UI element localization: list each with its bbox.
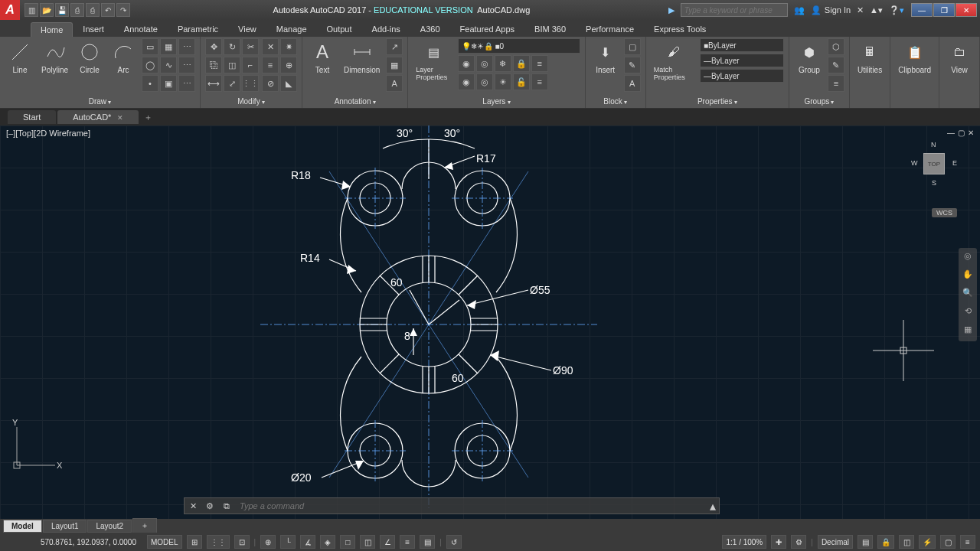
panel-modify-label[interactable]: Modify [205,96,297,106]
orbit-icon[interactable]: ⟲ [961,306,975,320]
laylck-icon[interactable]: 🔒 [513,55,530,72]
offset-icon[interactable]: ≡ [262,57,279,73]
layer-combo[interactable]: 💡❄☀🔒 ■ 0 [458,38,580,54]
tab-home[interactable]: Home [31,22,73,37]
file-tab-start[interactable]: Start [8,110,56,124]
status-model[interactable]: MODEL [147,535,182,549]
status-lwt-icon[interactable]: ≡ [400,535,415,549]
status-otrack-icon[interactable]: ∠ [380,535,395,549]
circle-tool[interactable]: Circle [74,38,105,76]
line-tool[interactable]: Line [5,38,35,76]
copy-icon[interactable]: ⿻ [205,57,222,73]
view-tool[interactable]: 🗀View [944,38,975,76]
clipboard-tool[interactable]: 📋Clipboard [895,38,934,76]
layout-tab-new[interactable]: ＋ [132,518,157,533]
group-edit-icon[interactable]: ✎ [828,57,844,73]
fillet-icon[interactable]: ⌐ [242,57,259,73]
status-hwacc-icon[interactable]: ⚡ [919,535,936,549]
status-osnap-icon[interactable]: □ [340,535,355,549]
leader-icon[interactable]: ↗ [386,38,403,55]
qat-new-icon[interactable]: ▥ [24,3,38,17]
mtext-icon[interactable]: A [386,75,403,92]
text-tool[interactable]: AText [307,38,338,76]
laymch-icon[interactable]: ≡ [531,55,548,72]
status-grid-icon[interactable]: ⊞ [187,535,202,549]
tab-parametric[interactable]: Parametric [168,21,228,37]
erase-icon[interactable]: ✕ [262,38,279,55]
new-tab-button[interactable]: ＋ [140,112,155,123]
more2-icon[interactable]: ⋯ [178,57,195,73]
spline-icon[interactable]: ∿ [160,57,177,73]
status-infer-icon[interactable]: ⊡ [234,535,250,549]
tab-annotate[interactable]: Annotate [114,21,168,37]
signin-button[interactable]: 👤Sign In [811,5,851,15]
tab-performance[interactable]: Performance [576,21,644,37]
status-dyninput-icon[interactable]: ⊕ [260,535,276,549]
wcs-indicator[interactable]: WCS [932,208,957,217]
layoff-icon[interactable]: ◉ [458,55,475,72]
layout-tab-layout1[interactable]: Layout1 [43,520,87,533]
tab-bim360[interactable]: BIM 360 [524,21,576,37]
qat-open-icon[interactable]: 📂 [40,3,54,17]
status-tpy-icon[interactable]: ▤ [420,535,435,549]
minimize-button[interactable]: — [911,3,933,17]
panel-block-label[interactable]: Block [590,96,641,106]
break-icon[interactable]: ⊘ [262,75,279,92]
app-menu-icon[interactable]: A [0,0,20,20]
array-icon[interactable]: ⋮⋮ [242,75,259,92]
showmotion-icon[interactable]: ▦ [961,324,975,338]
join-icon[interactable]: ⊕ [280,57,297,73]
group-tool[interactable]: ⬢Group [794,38,825,76]
arc-tool[interactable]: Arc [108,38,139,76]
search-input[interactable] [681,3,788,17]
cmdline-history-icon[interactable]: ▴ [707,499,719,514]
status-ortho-icon[interactable]: └ [280,535,296,549]
help-icon[interactable]: ❔▾ [889,5,904,15]
dimension-tool[interactable]: Dimension [341,38,383,76]
status-units[interactable]: Decimal [818,535,853,549]
pan-icon[interactable]: ✋ [961,269,975,283]
match-properties-tool[interactable]: 🖌Match Properties [651,38,697,83]
move-icon[interactable]: ✥ [205,38,222,55]
close-button[interactable]: ✕ [956,3,977,17]
group-mgr-icon[interactable]: ≡ [828,75,844,92]
laythw-icon[interactable]: ☀ [495,73,511,90]
lineweight-combo[interactable]: — ByLayer [700,54,784,67]
qat-print-icon[interactable]: ⎙ [86,3,100,17]
scale-icon[interactable]: ⤢ [224,75,240,92]
steering-wheel-icon[interactable]: ◎ [961,251,975,265]
insert-tool[interactable]: ⬇Insert [590,38,621,76]
stretch-icon[interactable]: ⟷ [205,75,222,92]
viewcube[interactable]: N S E W TOP [911,141,957,187]
command-input[interactable] [235,501,707,510]
rotate-icon[interactable]: ↻ [224,38,240,55]
status-3dosnap-icon[interactable]: ◫ [360,535,375,549]
tab-express[interactable]: Express Tools [644,21,716,37]
close-tab-icon[interactable]: ✕ [117,114,123,122]
edit-block-icon[interactable]: ✎ [624,57,641,73]
more3-icon[interactable]: ⋯ [178,75,195,92]
canvas-window-controls[interactable]: —▢✕ [947,129,974,137]
panel-draw-label[interactable]: Draw [5,96,195,106]
layout-tab-layout2[interactable]: Layout2 [87,520,132,533]
viewport-controls[interactable]: [–][Top][2D Wireframe] [6,129,90,138]
status-qp-icon[interactable]: ▤ [858,535,873,549]
drawing-canvas[interactable]: [–][Top][2D Wireframe] —▢✕ N S E W TOP W… [0,126,980,519]
layuniso-icon[interactable]: ◎ [476,73,493,90]
tab-output[interactable]: Output [317,21,362,37]
tab-addins[interactable]: Add-ins [362,21,410,37]
attr-icon[interactable]: A [624,75,641,92]
ellipse-icon[interactable]: ◯ [142,57,158,73]
utilities-tool[interactable]: 🖩Utilities [854,38,885,76]
layfrz-icon[interactable]: ❄ [495,55,511,72]
tab-a360[interactable]: A360 [410,21,450,37]
status-lock-icon[interactable]: 🔒 [877,535,894,549]
cmdline-config-icon[interactable]: ⚙ [201,498,218,514]
status-clean-icon[interactable]: ▢ [940,535,956,549]
layout-tab-model[interactable]: Model [3,520,42,533]
status-polar-icon[interactable]: ∡ [300,535,315,549]
polyline-tool[interactable]: Polyline [38,38,71,76]
color-combo[interactable]: ■ ByLayer [700,38,784,52]
infocenter-icon[interactable]: 👥 [794,5,805,15]
layon-icon[interactable]: ◉ [458,73,475,90]
